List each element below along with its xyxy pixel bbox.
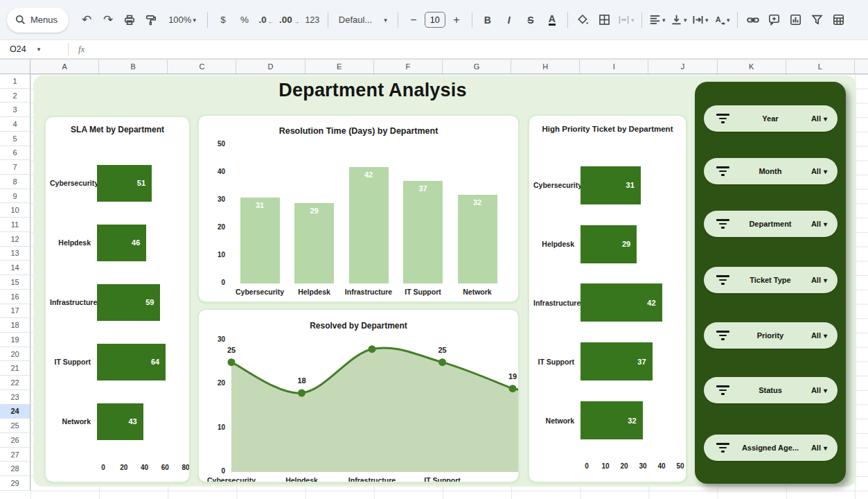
increase-decimal-button[interactable]: .00→	[277, 9, 301, 31]
create-filter-button[interactable]	[807, 9, 828, 31]
currency-label: $	[220, 15, 226, 25]
row-header[interactable]: 29	[0, 476, 30, 491]
filter-slicer-department[interactable]: DepartmentAll▾	[704, 211, 838, 237]
italic-button[interactable]: I	[499, 9, 520, 31]
increase-decimal-label: .00	[279, 15, 292, 25]
resolved-chart-card[interactable]: Resolved by Department 0102030 Cybersecu…	[197, 308, 520, 483]
row-header[interactable]: 22	[0, 376, 30, 390]
strikethrough-button[interactable]: S	[520, 9, 541, 31]
column-header[interactable]: E	[305, 59, 374, 74]
row-header[interactable]: 8	[0, 175, 30, 189]
increase-font-size-button[interactable]: +	[446, 9, 467, 31]
more-formats-button[interactable]: 123	[302, 9, 323, 31]
bold-button[interactable]: B	[477, 9, 498, 31]
filter-slicer-assigned-age[interactable]: Assigned Age...All▾	[704, 435, 838, 461]
row-header[interactable]: 10	[0, 203, 30, 218]
row-header[interactable]: 5	[0, 132, 30, 146]
bar-track: 37	[581, 342, 677, 380]
filter-slicer-year[interactable]: YearAll▾	[704, 105, 838, 132]
row-header[interactable]: 19	[0, 333, 30, 347]
column-header[interactable]: I	[580, 59, 648, 74]
format-currency-button[interactable]: $	[213, 9, 233, 31]
row-header[interactable]: 21	[0, 361, 30, 376]
high-priority-chart-card[interactable]: High Priority Ticket by Department Cyber…	[528, 114, 687, 483]
row-header[interactable]: 9	[0, 189, 30, 204]
formula-input[interactable]	[85, 40, 868, 58]
bar-value-label: 51	[137, 179, 145, 187]
bar-track: 42	[581, 283, 677, 322]
select-all-corner[interactable]	[0, 59, 30, 74]
name-box[interactable]: O24 ▾	[0, 44, 68, 54]
align-left-icon	[649, 14, 661, 26]
fill-color-button[interactable]	[573, 9, 594, 31]
row-header[interactable]: 14	[0, 261, 30, 275]
column-header[interactable]: C	[168, 59, 236, 74]
row-header[interactable]: 2	[0, 89, 30, 103]
text-color-button[interactable]: A	[542, 9, 563, 31]
column-header[interactable]: K	[718, 59, 786, 74]
column-headers: ABCDEFGHIJKL	[30, 59, 868, 74]
row-header[interactable]: 24	[0, 405, 30, 419]
column-header[interactable]: H	[511, 59, 580, 74]
column-header[interactable]: B	[99, 59, 168, 74]
column-header-partial[interactable]	[855, 59, 868, 74]
filter-slicer-ticket-type[interactable]: Ticket TypeAll▾	[704, 267, 838, 293]
text-wrap-button[interactable]: ▾	[690, 9, 711, 31]
row-header[interactable]: 7	[0, 160, 30, 175]
merge-cells-button[interactable]: ▾	[616, 9, 637, 31]
bar: 42	[349, 167, 389, 283]
print-button[interactable]	[119, 9, 140, 31]
dashboard-canvas[interactable]: Department Analysis SLA Met by Departmen…	[33, 76, 856, 487]
zoom-control[interactable]: 100% ▾	[162, 9, 202, 31]
column-header[interactable]: A	[30, 59, 99, 74]
menus-button[interactable]: Menus	[7, 8, 69, 33]
row-header[interactable]: 18	[0, 318, 30, 333]
filter-slicer-status[interactable]: StatusAll▾	[704, 377, 838, 403]
bar-track: 46	[97, 225, 183, 261]
column-header[interactable]: F	[374, 59, 443, 74]
paint-roller-icon	[145, 15, 157, 26]
row-header[interactable]: 1	[0, 74, 30, 89]
row-header[interactable]: 23	[0, 390, 30, 405]
row-header[interactable]: 27	[0, 448, 30, 462]
vertical-align-button[interactable]: ▾	[668, 9, 689, 31]
filter-slicer-month[interactable]: MonthAll▾	[704, 158, 838, 184]
row-header[interactable]: 20	[0, 347, 30, 362]
column-header[interactable]: J	[648, 59, 717, 74]
column-header[interactable]: L	[786, 59, 855, 74]
insert-chart-button[interactable]	[786, 9, 806, 31]
column-header[interactable]: G	[443, 59, 511, 74]
filter-slicer-priority[interactable]: PriorityAll▾	[704, 322, 838, 349]
paint-format-button[interactable]	[141, 9, 161, 31]
row-header[interactable]: 16	[0, 290, 30, 304]
borders-button[interactable]	[594, 9, 615, 31]
row-header[interactable]: 26	[0, 433, 30, 448]
insert-comment-button[interactable]	[764, 9, 785, 31]
resolution-time-chart-card[interactable]: Resolution Time (Days) by Department 010…	[197, 114, 520, 303]
row-header[interactable]: 13	[0, 247, 30, 261]
row-header[interactable]: 12	[0, 232, 30, 247]
row-header[interactable]: 4	[0, 117, 30, 132]
row-header[interactable]: 11	[0, 218, 30, 232]
bar-track: 51	[97, 165, 183, 202]
undo-button[interactable]: ↶	[76, 9, 97, 31]
column-header[interactable]: D	[236, 59, 305, 74]
row-header[interactable]: 3	[0, 103, 30, 117]
text-rotation-button[interactable]: A ▾	[711, 9, 732, 31]
font-family-control[interactable]: Defaul... ▾	[333, 9, 393, 31]
row-header[interactable]: 15	[0, 275, 30, 290]
horizontal-align-button[interactable]: ▾	[647, 9, 668, 31]
table-button[interactable]	[829, 9, 849, 31]
row-header[interactable]: 28	[0, 462, 30, 476]
font-size-input[interactable]: 10	[425, 12, 445, 28]
decrease-decimal-button[interactable]: .0←	[256, 9, 276, 31]
redo-button[interactable]: ↷	[98, 9, 118, 31]
sla-met-chart-card[interactable]: SLA Met by Department Cybersecurity51Hel…	[44, 116, 191, 483]
row-header[interactable]: 25	[0, 419, 30, 433]
row-header[interactable]: 6	[0, 146, 30, 161]
row-header[interactable]: 17	[0, 304, 30, 319]
insert-link-button[interactable]	[743, 9, 763, 31]
bar: 29	[294, 203, 334, 283]
decrease-font-size-button[interactable]: −	[403, 9, 424, 31]
format-percent-button[interactable]: %	[234, 9, 255, 31]
